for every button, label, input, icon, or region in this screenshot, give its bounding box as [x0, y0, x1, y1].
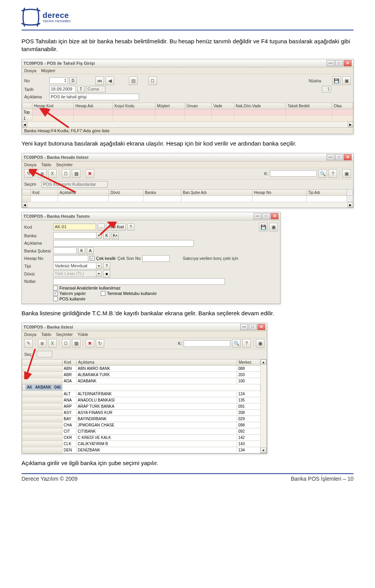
minimize-button[interactable]: —	[327, 154, 334, 160]
search-icon[interactable]: 🔍	[318, 169, 327, 178]
delete-icon[interactable]: ✖	[86, 339, 94, 348]
menu-secimler[interactable]: Seçimler	[56, 332, 73, 337]
col-hesapkod[interactable]: Hesap Kod	[32, 103, 74, 109]
save-icon[interactable]: 💾	[332, 76, 341, 85]
maximize-button[interactable]: □	[335, 60, 343, 66]
col-nakdonvade[interactable]: Nak.Dön.Vade	[234, 103, 286, 109]
tipi-help-icon[interactable]: ?	[103, 263, 110, 270]
help-icon[interactable]: ?	[329, 169, 337, 178]
col-hesapno[interactable]: Hesap No	[252, 189, 307, 195]
checkbox-finansal[interactable]: Finansal Analizlerde kullanılmaz	[53, 286, 121, 290]
menu-yukle[interactable]: Yükle	[77, 332, 88, 337]
list-icon[interactable]: ≣	[38, 339, 46, 348]
list-icon[interactable]: ≣	[38, 169, 46, 178]
select-tipi[interactable]: Vadesiz Mevduat	[53, 263, 96, 269]
sube-k-button[interactable]: K	[78, 247, 85, 254]
h-scrollbar[interactable]: ◀ ▶	[22, 202, 353, 208]
menu-tablo[interactable]: Tablo	[41, 332, 51, 337]
col-kod[interactable]: Kod	[31, 189, 58, 195]
exit-icon[interactable]: ▣	[342, 76, 351, 85]
scroll-left-icon[interactable]: ◀	[22, 202, 27, 208]
nav-prev-icon[interactable]: ◀	[105, 76, 114, 85]
exit-icon[interactable]: ▣	[269, 223, 278, 231]
input-hesapno[interactable]	[53, 255, 88, 262]
chevron-down-icon[interactable]: ▾	[96, 232, 102, 239]
save-icon[interactable]: 💾	[259, 223, 268, 231]
excel-icon[interactable]: X	[48, 169, 57, 178]
input-sube[interactable]	[53, 247, 77, 254]
scroll-left-icon[interactable]: ◀	[22, 122, 27, 127]
table-row[interactable]: AKAKBANK046	[22, 384, 62, 391]
print-icon[interactable]: ▤	[129, 76, 138, 85]
scroll-right-icon[interactable]: ▶	[348, 122, 353, 127]
table-row[interactable]: CHAJPMORGAN CHASE098	[22, 422, 261, 428]
checkbox-teminat[interactable]: Teminat Mektubu kullanılır	[101, 291, 157, 296]
sube-a-button[interactable]: A	[87, 247, 94, 254]
minimize-button[interactable]: —	[327, 60, 334, 66]
doc-icon[interactable]: 🗋	[148, 76, 157, 85]
grid-icon[interactable]: ▦	[72, 339, 80, 348]
h-scrollbar[interactable]: ◀ ▶	[22, 122, 353, 127]
close-button[interactable]: ✕	[271, 213, 279, 219]
input-search[interactable]	[270, 170, 317, 177]
col-kosulkodu[interactable]: Koşul Kodu	[112, 103, 155, 109]
v-scrollbar[interactable]	[261, 365, 266, 448]
table-row[interactable]: ASYASYA FINANS KUR208	[22, 410, 261, 416]
table-row[interactable]: ALTALTERNATİFBANK124	[22, 391, 261, 397]
kod-lookup-button[interactable]: …	[98, 224, 105, 231]
yenikod-button[interactable]: Yeni Kod	[106, 224, 126, 231]
help-icon[interactable]: ?	[127, 224, 134, 231]
select-doviz[interactable]: Türk Lirası (TL)	[53, 270, 96, 277]
grid-banka-listesi[interactable]: Kod Açıklama Merkez ABNABN AMRO BANK088A…	[22, 359, 261, 453]
col-hesapadi[interactable]: Hesap Adı	[73, 103, 112, 109]
scroll-up-icon[interactable]: ▲	[261, 359, 266, 365]
new-record-icon[interactable]: ✎	[24, 339, 33, 348]
grid-hesap-listesi[interactable]: Kod Açıklama Döviz Banka Ban.Şube Adı He…	[22, 189, 353, 202]
banka-ka-button[interactable]: KA	[112, 232, 119, 239]
input-aciklama[interactable]: POS ile tahsil girişi	[49, 94, 139, 100]
close-button[interactable]: ✕	[344, 154, 352, 160]
input-kod[interactable]: AK-01	[53, 224, 96, 230]
menu-musteri[interactable]: Müşteri	[41, 68, 55, 73]
minimize-button[interactable]: —	[240, 324, 248, 330]
tarih-t-button[interactable]: T	[77, 86, 84, 93]
menu-secimler[interactable]: Seçimler	[56, 162, 73, 167]
table-row[interactable]: BAYBAYINDIRBANK029	[22, 416, 261, 422]
nav-first-icon[interactable]: ⏮	[95, 76, 104, 85]
col-kod[interactable]: Kod	[62, 359, 77, 366]
doc-icon[interactable]: 🗋	[62, 169, 70, 178]
doviz-lock-icon[interactable]: ■	[103, 270, 110, 277]
table-row[interactable]: CITCITIBANK092	[22, 428, 261, 435]
doc-icon[interactable]: 🗋	[62, 339, 70, 348]
input-notlar[interactable]	[53, 278, 225, 285]
table-row[interactable]: CKRC KREDİ VE KALK142	[22, 435, 261, 441]
close-button[interactable]: ✕	[344, 60, 352, 66]
refresh-icon[interactable]: ↻	[96, 339, 104, 348]
menu-tablo[interactable]: Tablo	[41, 162, 51, 167]
menu-dosya[interactable]: Dosya	[24, 68, 36, 73]
select-banka[interactable]	[53, 232, 96, 239]
maximize-button[interactable]: □	[249, 324, 257, 330]
checkbox-pos[interactable]: POS kullanılır	[53, 297, 86, 301]
table-row[interactable]: CLKCALIKYATIRIM B143	[22, 441, 261, 447]
col-aciklama[interactable]: Açıklama	[77, 359, 237, 366]
table-row[interactable]: DENDENİZBANK134	[22, 447, 261, 453]
checkbox-cekkesilir[interactable]: ✓Çek kesilir	[90, 256, 116, 261]
table-row[interactable]: ARPARAP TURK BANKA091	[22, 403, 261, 410]
table-row[interactable]: ABRALBARAKA TURK203	[22, 372, 261, 378]
col-taksitbedeli[interactable]: Taksit Bedeli	[286, 103, 332, 109]
col-musteri[interactable]: Müşteri	[155, 103, 185, 109]
chevron-down-icon[interactable]: ▾	[96, 270, 102, 277]
grid-lines[interactable]: Hesap Kod Hesap Adı Koşul Kodu Müşteri Ü…	[22, 103, 353, 122]
col-bansube[interactable]: Ban.Şube Adı	[181, 189, 252, 195]
input-no[interactable]: 1	[49, 77, 68, 84]
maximize-button[interactable]: □	[335, 154, 343, 160]
col-olas[interactable]: Olas	[332, 103, 353, 109]
col-unvan[interactable]: Ünvan	[185, 103, 212, 109]
col-aciklama[interactable]: Açıklama	[58, 189, 109, 195]
table-row[interactable]: ABNABN AMRO BANK088	[22, 366, 261, 372]
search-icon[interactable]: 🔍	[232, 339, 241, 348]
help-icon[interactable]: ?	[242, 339, 251, 348]
input-tarih[interactable]: 18.09.2009	[49, 86, 76, 92]
input-ceksonno[interactable]	[142, 255, 170, 262]
